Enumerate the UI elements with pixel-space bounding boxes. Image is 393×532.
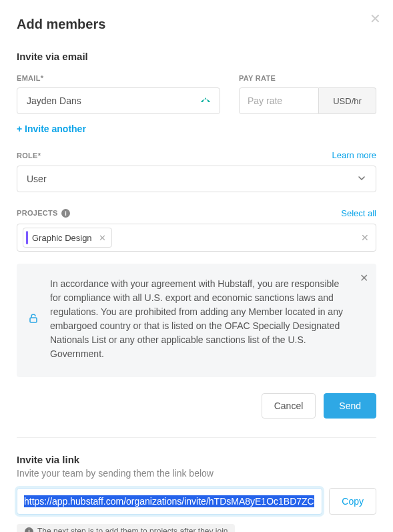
email-payrate-row: EMAIL* PAY RATE USD/hr bbox=[17, 74, 376, 114]
modal-title: Add members bbox=[17, 17, 376, 32]
invite-another-link[interactable]: + Invite another bbox=[17, 123, 376, 134]
select-all-link[interactable]: Select all bbox=[341, 208, 376, 218]
add-members-modal: ✕ Add members Invite via email EMAIL* PA… bbox=[0, 0, 393, 532]
cancel-button[interactable]: Cancel bbox=[262, 393, 316, 419]
payrate-group: USD/hr bbox=[239, 87, 376, 114]
info-icon: i bbox=[25, 527, 33, 533]
info-icon[interactable]: i bbox=[61, 209, 70, 218]
lock-icon bbox=[27, 312, 39, 328]
role-header-row: ROLE* Learn more bbox=[17, 150, 376, 160]
section-divider bbox=[17, 437, 376, 438]
hint-text: The next step is to add them to projects… bbox=[37, 527, 228, 532]
send-button[interactable]: Send bbox=[324, 393, 376, 419]
payrate-column: PAY RATE USD/hr bbox=[239, 74, 376, 114]
payrate-input[interactable] bbox=[239, 87, 319, 114]
invite-via-link-heading: Invite via link bbox=[17, 454, 376, 465]
project-chip-label: Graphic Design bbox=[32, 233, 92, 243]
copy-button[interactable]: Copy bbox=[329, 488, 376, 515]
invite-link-text: https://app.hubstaff.com/organizations/i… bbox=[24, 495, 314, 507]
vpn-arc-icon bbox=[200, 93, 212, 108]
project-chip: Graphic Design ✕ bbox=[23, 228, 112, 248]
remove-chip-icon[interactable]: ✕ bbox=[99, 233, 106, 243]
projects-multiselect[interactable]: Graphic Design ✕ ✕ bbox=[17, 224, 376, 252]
invite-via-email-heading: Invite via email bbox=[17, 51, 376, 62]
payrate-label: PAY RATE bbox=[239, 74, 376, 82]
invite-link-row: https://app.hubstaff.com/organizations/i… bbox=[17, 488, 376, 515]
role-label: ROLE* bbox=[17, 152, 41, 160]
close-icon[interactable]: ✕ bbox=[370, 12, 381, 25]
projects-header-row: PROJECTS i Select all bbox=[17, 208, 376, 218]
email-input-wrapper[interactable] bbox=[17, 87, 220, 114]
invite-link-subtext: Invite your team by sending them the lin… bbox=[17, 468, 376, 479]
email-label: EMAIL* bbox=[17, 74, 220, 82]
chevron-down-icon bbox=[357, 174, 366, 185]
compliance-text: In accordance with your agreement with H… bbox=[50, 278, 343, 359]
svg-rect-0 bbox=[30, 318, 37, 322]
email-input[interactable] bbox=[25, 95, 200, 107]
learn-more-link[interactable]: Learn more bbox=[332, 150, 376, 160]
payrate-unit: USD/hr bbox=[319, 87, 376, 114]
projects-label: PROJECTS i bbox=[17, 209, 70, 218]
close-notice-icon[interactable]: ✕ bbox=[360, 270, 368, 286]
clear-projects-icon[interactable]: ✕ bbox=[361, 232, 369, 243]
action-buttons: Cancel Send bbox=[17, 393, 376, 419]
next-step-hint: i The next step is to add them to projec… bbox=[17, 524, 235, 532]
email-column: EMAIL* bbox=[17, 74, 220, 114]
role-select[interactable]: User bbox=[17, 166, 376, 192]
compliance-notice: ✕ In accordance with your agreement with… bbox=[17, 264, 376, 377]
project-color-bar bbox=[26, 231, 28, 244]
invite-link-field[interactable]: https://app.hubstaff.com/organizations/i… bbox=[17, 488, 322, 515]
role-value: User bbox=[27, 174, 47, 184]
